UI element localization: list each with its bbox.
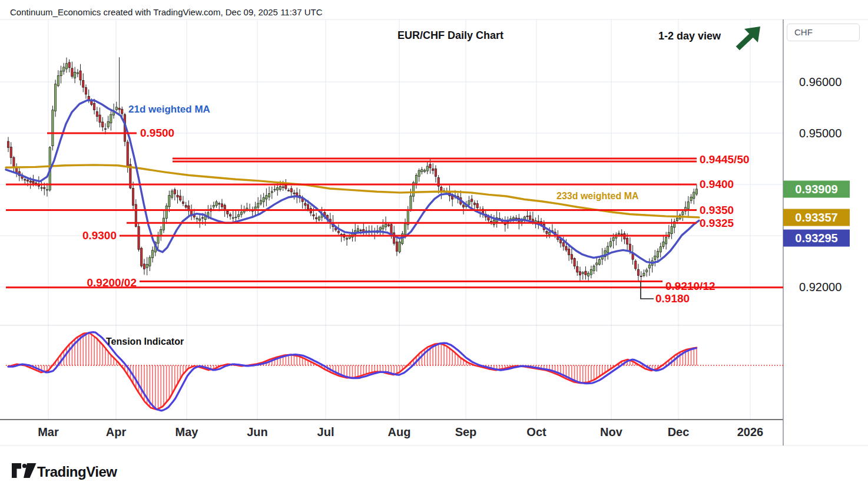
tradingview-brand-text[interactable]: TradingView bbox=[37, 464, 117, 480]
price-chart-canvas[interactable] bbox=[0, 0, 868, 495]
symbol-search-box[interactable]: CHF bbox=[787, 24, 860, 41]
chart-window: Continuum_Economics created with Trading… bbox=[0, 0, 868, 495]
